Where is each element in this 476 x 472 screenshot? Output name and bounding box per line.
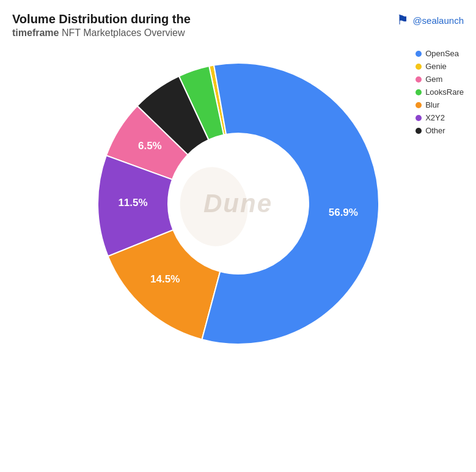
svg-point-0 <box>174 161 254 251</box>
title-line2: timeframe NFT Marketplaces Overview <box>12 28 464 39</box>
title-line1: Volume Distribution during the <box>12 12 464 26</box>
main-container: Volume Distribution during the timeframe… <box>0 0 476 472</box>
svg-text:14.5%: 14.5% <box>150 273 180 285</box>
brand-icon: ⚑ <box>397 12 409 28</box>
donut-chart: 56.9%14.5%11.5%6.5% Dune <box>86 51 391 356</box>
chart-area: 56.9%14.5%11.5%6.5% Dune <box>12 51 464 356</box>
svg-text:11.5%: 11.5% <box>118 197 147 208</box>
timeframe-label: timeframe <box>12 28 59 38</box>
svg-text:6.5%: 6.5% <box>137 140 161 152</box>
brand-handle: ⚑ @sealaunch <box>397 12 464 28</box>
header: Volume Distribution during the timeframe… <box>12 12 464 39</box>
brand-text: @sealaunch <box>412 15 464 26</box>
svg-text:56.9%: 56.9% <box>328 207 357 218</box>
title-text-bold: Volume Distribution during the <box>12 12 191 26</box>
subtitle-text: NFT Marketplaces Overview <box>62 28 185 38</box>
